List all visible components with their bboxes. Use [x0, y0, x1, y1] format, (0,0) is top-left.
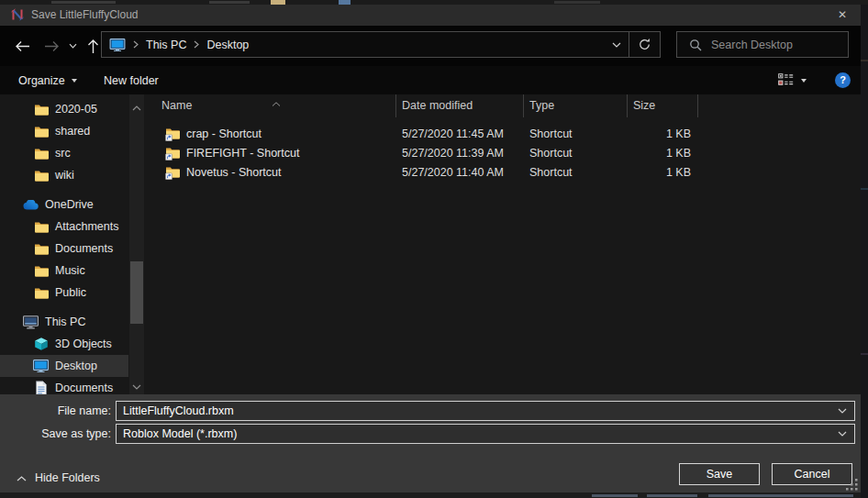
- breadcrumb-chevron-icon: [194, 40, 199, 49]
- navigation-bar: This PC Desktop Search Desktop: [0, 26, 861, 66]
- sidebar-item-this-pc[interactable]: This PC: [0, 311, 128, 333]
- forward-button[interactable]: [39, 26, 64, 66]
- sidebar-item-music[interactable]: Music: [0, 260, 128, 282]
- column-divider[interactable]: [395, 94, 396, 117]
- file-name-input[interactable]: LittleFluffyCloud.rbxm: [116, 401, 855, 421]
- sidebar-item-onedrive[interactable]: OneDrive: [0, 194, 128, 216]
- save-file-dialog: Save LittleFluffyCloud ✕ This PC: [0, 0, 868, 498]
- chevron-up-icon: [17, 471, 27, 484]
- refresh-icon[interactable]: [629, 38, 660, 51]
- sidebar-item-attachments[interactable]: Attachments: [0, 216, 128, 238]
- file-size: 1 KB: [627, 163, 691, 183]
- sidebar-item-wiki[interactable]: wiki: [0, 164, 128, 186]
- background-fragment: [861, 60, 868, 61]
- background-fragment: [51, 1, 116, 4]
- sidebar-item-shared[interactable]: shared: [0, 120, 128, 142]
- sidebar-scrollbar[interactable]: [129, 94, 144, 394]
- file-row[interactable]: Novetus - Shortcut 5/27/2020 11:40 AM Sh…: [147, 163, 861, 183]
- desktop-icon: [32, 360, 50, 372]
- breadcrumb-chevron-icon: [133, 40, 139, 49]
- save-button[interactable]: Save: [679, 463, 760, 485]
- sidebar-item-label: Desktop: [55, 360, 97, 372]
- file-name: Novetus - Shortcut: [186, 163, 282, 183]
- file-date-modified: 5/27/2020 11:45 AM: [402, 125, 504, 144]
- folder-icon: [32, 147, 50, 160]
- column-header-size[interactable]: Size: [633, 94, 655, 117]
- address-bar[interactable]: This PC Desktop: [101, 31, 661, 58]
- column-divider[interactable]: [627, 94, 628, 117]
- hide-folders-button[interactable]: Hide Folders: [17, 470, 100, 485]
- folder-icon: [32, 169, 50, 183]
- column-header-type[interactable]: Type: [529, 94, 554, 117]
- folder-icon: [32, 286, 50, 300]
- background-window-bottom: [0, 492, 861, 498]
- this-pc-icon: [22, 315, 39, 329]
- search-box[interactable]: Search Desktop: [676, 31, 849, 58]
- sidebar-item-src[interactable]: src: [0, 142, 128, 164]
- file-row[interactable]: crap - Shortcut 5/27/2020 11:45 AM Short…: [147, 125, 861, 144]
- background-fragment: [861, 353, 868, 355]
- file-date-modified: 5/27/2020 11:40 AM: [402, 163, 504, 183]
- sidebar-item-documents[interactable]: Documents: [0, 377, 128, 394]
- hide-folders-label: Hide Folders: [35, 471, 100, 484]
- background-fragment: [647, 494, 697, 497]
- file-name-dropdown-chevron-icon[interactable]: [838, 408, 847, 414]
- back-button[interactable]: [9, 26, 35, 66]
- close-button[interactable]: ✕: [829, 5, 855, 26]
- sidebar-item-2020-05[interactable]: 2020-05: [0, 98, 128, 120]
- breadcrumb-this-pc[interactable]: This PC: [146, 39, 186, 51]
- folder-icon: [32, 125, 50, 138]
- sidebar-item-label: 2020-05: [55, 103, 97, 116]
- document-icon: [32, 381, 50, 394]
- column-header-name[interactable]: Name: [161, 94, 192, 117]
- folder-icon: [32, 242, 50, 256]
- column-divider[interactable]: [697, 94, 698, 117]
- folder-icon: [32, 264, 50, 278]
- view-dropdown-triangle-icon: [801, 79, 807, 83]
- folder-shortcut-icon: [165, 127, 180, 144]
- save-as-type-select[interactable]: Roblox Model (*.rbxm): [116, 424, 855, 444]
- file-size: 1 KB: [627, 144, 691, 163]
- cancel-button[interactable]: Cancel: [772, 463, 852, 485]
- file-name: crap - Shortcut: [186, 125, 262, 144]
- resize-grip[interactable]: [846, 479, 859, 495]
- sidebar-item-label: Music: [55, 264, 85, 277]
- save-as-type-dropdown-chevron-icon[interactable]: [838, 431, 847, 437]
- sidebar-item-public[interactable]: Public: [0, 282, 128, 304]
- cube-icon: [32, 337, 50, 351]
- save-as-type-value: Roblox Model (*.rbxm): [123, 427, 838, 440]
- sidebar-item-label: Documents: [55, 242, 113, 255]
- scroll-up-icon[interactable]: [132, 98, 141, 115]
- file-name-value: LittleFluffyCloud.rbxm: [123, 404, 838, 417]
- new-folder-button[interactable]: New folder: [104, 66, 159, 94]
- help-button[interactable]: ?: [835, 72, 851, 88]
- column-header-row: Name Date modified Type Size: [147, 94, 861, 117]
- column-divider[interactable]: [523, 94, 524, 117]
- address-dropdown-chevron-icon[interactable]: [605, 42, 629, 48]
- scroll-down-icon[interactable]: [132, 377, 141, 393]
- organize-button[interactable]: Organize: [18, 66, 77, 94]
- novetus-app-icon: [10, 7, 25, 22]
- sidebar-item-label: wiki: [55, 169, 74, 182]
- breadcrumb-desktop[interactable]: Desktop: [206, 39, 249, 51]
- sidebar-item-documents[interactable]: Documents: [0, 238, 128, 260]
- sidebar-item-label: 3D Objects: [55, 338, 112, 350]
- list-view-icon: [778, 72, 794, 89]
- column-header-date-modified[interactable]: Date modified: [402, 94, 473, 117]
- background-fragment: [708, 494, 853, 497]
- sidebar-item-3d-objects[interactable]: 3D Objects: [0, 333, 128, 355]
- scrollbar-thumb[interactable]: [130, 261, 143, 324]
- background-fragment: [861, 188, 868, 190]
- background-fragment: [209, 1, 250, 4]
- sidebar-item-label: src: [55, 147, 71, 160]
- folder-icon: [32, 103, 50, 116]
- change-view-button[interactable]: [778, 66, 807, 94]
- file-type: Shortcut: [529, 163, 573, 183]
- file-row[interactable]: FIREFIGHT - Shortcut 5/27/2020 11:39 AM …: [147, 144, 861, 163]
- sidebar-item-label: Attachments: [55, 220, 118, 233]
- recent-locations-chevron-icon[interactable]: [64, 26, 81, 66]
- dropdown-triangle-icon: [72, 79, 77, 83]
- file-type: Shortcut: [529, 125, 573, 144]
- sort-ascending-caret-icon: [272, 96, 281, 109]
- sidebar-item-desktop[interactable]: Desktop: [0, 355, 128, 377]
